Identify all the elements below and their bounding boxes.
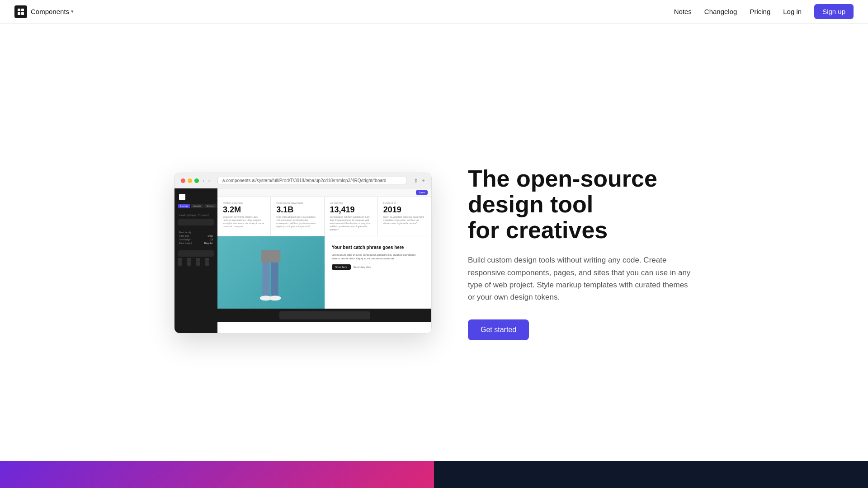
- secondary-click-button[interactable]: Secondary click: [354, 266, 371, 268]
- svg-rect-3: [21, 12, 24, 15]
- hero-description: Build custom design tools without writin…: [468, 254, 694, 303]
- forward-arrow-icon[interactable]: ›: [208, 177, 210, 184]
- hero-inner-buttons: Show here Secondary click: [332, 264, 425, 270]
- stat-cell-3: Founded in 2019 Qui in ea voluptate veli…: [378, 197, 431, 236]
- svg-rect-8: [261, 250, 281, 263]
- catchphrase-body: Lorem ipsum dolor sit amet, consectetur …: [332, 253, 425, 261]
- logo-icon: [17, 8, 24, 15]
- sq4: [205, 258, 209, 262]
- hero-heading-line3: for creatives: [468, 217, 608, 243]
- nav-logo: [14, 5, 27, 18]
- sq1: [178, 258, 182, 262]
- sidebar-row-2: Font size 14px: [178, 234, 214, 238]
- hero-text-content: The open-source design tool for creative…: [468, 166, 694, 340]
- stat-desc-2: Consequatur, vel illum qui dolorem eum f…: [330, 216, 372, 231]
- changelog-link[interactable]: Changelog: [704, 8, 737, 15]
- stat-cell-2: Git commits 13,419 Consequatur, vel illu…: [325, 197, 378, 236]
- svg-rect-4: [263, 258, 270, 296]
- catchphrase-heading: Your best catch phrase goes here: [332, 244, 425, 250]
- hero-image-mock: [217, 236, 325, 309]
- svg-point-7: [269, 296, 281, 300]
- sidebar-squares: [178, 258, 214, 266]
- stat-label-2: Git commits: [330, 202, 372, 204]
- svg-rect-2: [18, 12, 20, 15]
- save-button[interactable]: Save: [416, 190, 428, 195]
- bookmark-icon[interactable]: +: [422, 178, 425, 184]
- hero-section: ‹ › a.components.ai/system/full/Prod/T/3…: [118, 0, 750, 488]
- bottom-strip: [217, 309, 431, 322]
- page-bottom-cards: [0, 461, 868, 488]
- stats-grid: Doctors generated 3.2M Quia enim ad mini…: [217, 197, 431, 236]
- sidebar-row-3: Line height 1.5: [178, 238, 214, 241]
- brand-name[interactable]: Components ▾: [31, 8, 74, 15]
- person-silhouette: [255, 250, 287, 309]
- inner-hero-text: Your best catch phrase goes here Lorem i…: [325, 236, 432, 309]
- get-started-button[interactable]: Get started: [468, 319, 529, 340]
- dark-card: [434, 461, 868, 488]
- stat-value-0: 3.2M: [223, 206, 265, 214]
- stat-cell-0: Doctors generated 3.2M Quia enim ad mini…: [217, 197, 271, 236]
- sidebar-section: Landing Page - Theme 2: [178, 213, 214, 217]
- stat-cell-1: Open source downloads 3.1B Quia enim ad …: [271, 197, 324, 236]
- sq7: [196, 262, 200, 266]
- app-content: Home Assets Export Landing Page - Theme …: [175, 188, 431, 333]
- sq8: [205, 262, 209, 266]
- hero-heading-line1: The open-source: [468, 165, 657, 192]
- sq3: [196, 258, 200, 262]
- sidebar-row-1: Font family: [178, 230, 214, 234]
- sidebar-row-4: Font weight Regular: [178, 241, 214, 245]
- signup-button[interactable]: Sign up: [814, 4, 854, 19]
- stat-label-1: Open source downloads: [276, 202, 318, 204]
- stat-value-2: 13,419: [330, 206, 372, 214]
- share-icon[interactable]: ⬆: [414, 178, 418, 184]
- stat-desc-1: Quia enim ad ipsum qui in ea voluptate v…: [276, 216, 318, 228]
- stat-desc-0: Quia enim ad minima veniam, quis nostrum…: [223, 216, 265, 228]
- sidebar-tab-active[interactable]: Home: [178, 204, 190, 208]
- show-here-button[interactable]: Show here: [332, 264, 351, 270]
- nav-left: Components ▾: [14, 5, 74, 18]
- svg-rect-5: [271, 258, 278, 296]
- sidebar-tab-3[interactable]: Export: [204, 204, 217, 208]
- dot-green: [194, 178, 199, 183]
- sidebar-header: [178, 192, 214, 202]
- pricing-link[interactable]: Pricing: [750, 8, 770, 15]
- browser-dots: [181, 178, 199, 183]
- sidebar-input-2: [178, 250, 214, 257]
- hero-heading: The open-source design tool for creative…: [468, 166, 694, 244]
- hero-heading-line2: design tool: [468, 191, 593, 217]
- browser-actions: ⬆ +: [414, 178, 425, 184]
- gradient-card: [0, 461, 434, 488]
- nav-right: Notes Changelog Pricing Log in Sign up: [674, 4, 854, 19]
- sq5: [178, 262, 182, 266]
- sq6: [187, 262, 191, 266]
- dot-red: [181, 178, 185, 183]
- stat-label-3: Founded in: [383, 202, 426, 204]
- sidebar-search: [178, 219, 214, 225]
- svg-rect-1: [21, 9, 24, 11]
- login-button[interactable]: Log in: [783, 8, 802, 15]
- sidebar-tab-2[interactable]: Assets: [191, 204, 203, 208]
- sidebar-tabs: Home Assets Export: [178, 204, 214, 208]
- inner-hero-section: Your best catch phrase goes here Lorem i…: [217, 236, 431, 309]
- bottom-strip-content: [279, 311, 370, 319]
- svg-rect-0: [18, 9, 20, 11]
- hero-screenshot: ‹ › a.components.ai/system/full/Prod/T/3…: [174, 173, 432, 333]
- sq2: [187, 258, 191, 262]
- stat-desc-3: Qui in ea voluptate velit esse quam nich…: [383, 216, 426, 225]
- stat-label-0: Doctors generated: [223, 202, 265, 204]
- browser-bar: ‹ › a.components.ai/system/full/Prod/T/3…: [175, 173, 431, 188]
- app-toolbar: Save: [217, 188, 431, 197]
- brand-label: Components: [31, 8, 69, 15]
- dot-yellow: [188, 178, 192, 183]
- stat-value-3: 2019: [383, 206, 426, 214]
- app-main: Save Doctors generated 3.2M Quia enim ad…: [217, 188, 431, 333]
- sidebar-bottom: [178, 250, 214, 266]
- stat-value-1: 3.1B: [276, 206, 318, 214]
- sidebar-logo-icon: [179, 194, 185, 200]
- navbar: Components ▾ Notes Changelog Pricing Log…: [0, 0, 868, 23]
- brand-chevron-icon: ▾: [71, 9, 74, 14]
- app-sidebar: Home Assets Export Landing Page - Theme …: [175, 188, 217, 333]
- browser-url: a.components.ai/system/full/Prod/T/3018/…: [217, 177, 406, 184]
- back-arrow-icon[interactable]: ‹: [203, 177, 204, 184]
- notes-link[interactable]: Notes: [674, 8, 692, 15]
